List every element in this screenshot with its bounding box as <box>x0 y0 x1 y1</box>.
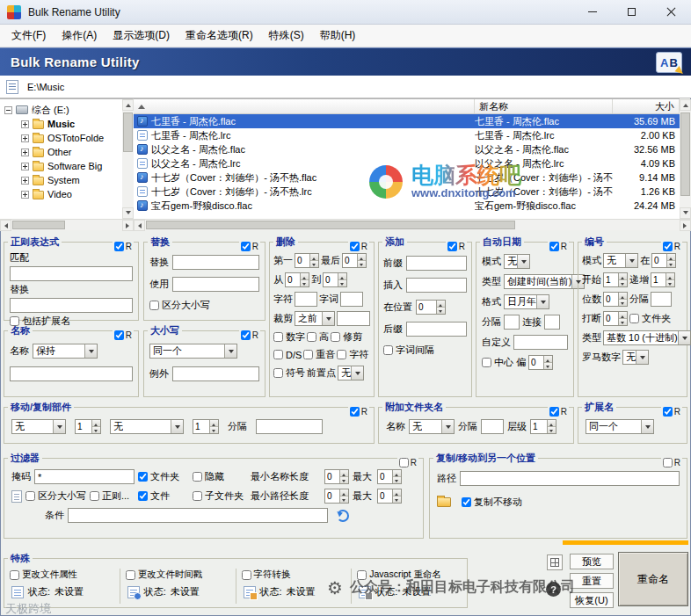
date-offset-spinner[interactable] <box>528 355 553 370</box>
filter-match-case-checkbox[interactable]: 区分大小写 <box>25 489 86 503</box>
file-row[interactable]: 以父之名 - 周杰伦.lrc 以父之名 - 周杰伦.lrc4.09 KB <box>134 156 680 170</box>
name-mode-select[interactable]: 保持 <box>33 344 98 359</box>
centre-checkbox[interactable]: 中心 <box>482 356 513 369</box>
file-row[interactable]: 宝石gem-野狼disco.flac 宝石gem-野狼disco.flac24.… <box>134 199 680 213</box>
extension-active-checkbox[interactable]: R <box>661 407 682 417</box>
double-spaces-checkbox[interactable]: D/S <box>273 350 302 360</box>
symbols-checkbox[interactable]: 符号 <box>273 366 305 380</box>
tree-item-ostotofolde[interactable]: OSTotoFolde <box>0 131 133 145</box>
copy-move-active-checkbox[interactable]: R <box>661 458 682 467</box>
subfolders-checkbox[interactable]: 子文件夹 <box>193 489 244 503</box>
append-folder-levels-spinner[interactable] <box>530 419 556 434</box>
move-to-count-spinner[interactable] <box>193 419 219 434</box>
add-suffix-input[interactable] <box>406 322 467 337</box>
destination-path-input[interactable] <box>460 471 680 486</box>
case-exception-input[interactable] <box>172 366 259 381</box>
move-to-select[interactable]: 无 <box>110 419 184 434</box>
javascript-rename-checkbox[interactable]: Javascript 重命名 <box>357 569 441 581</box>
add-prefix-input[interactable] <box>406 256 467 271</box>
auto-date-active-checkbox[interactable]: R <box>548 242 569 251</box>
scroll-thumb[interactable] <box>146 221 515 229</box>
menu-item-help[interactable]: 帮助(H) <box>312 25 364 47</box>
tree-item-drive-e[interactable]: 综合 (E:) <box>0 103 133 117</box>
digits-checkbox[interactable]: 数字 <box>273 330 305 344</box>
numbering-increment-spinner[interactable] <box>651 272 675 287</box>
scroll-down-arrow[interactable] <box>122 207 134 219</box>
list-vertical-scrollbar[interactable] <box>680 99 691 219</box>
extension-mode-select[interactable]: 同一个 <box>586 419 654 434</box>
scroll-up-arrow[interactable] <box>122 99 134 111</box>
regex-replace-input[interactable] <box>10 298 133 313</box>
files-checkbox[interactable]: 文件 <box>138 489 170 503</box>
move-separator-input[interactable] <box>256 419 323 434</box>
max-name-length-spinner[interactable] <box>377 469 402 484</box>
case-mode-select[interactable]: 同一个 <box>149 344 237 359</box>
scroll-thumb[interactable] <box>680 112 690 196</box>
list-horizontal-scrollbar[interactable] <box>134 219 691 230</box>
tree-item-other[interactable]: Other <box>0 145 133 159</box>
filter-regex-checkbox[interactable]: 正则... <box>90 489 129 503</box>
filters-active-checkbox[interactable]: R <box>397 458 418 467</box>
column-header-name[interactable] <box>134 99 475 113</box>
preview-button[interactable]: 预览 <box>570 554 614 569</box>
name-active-checkbox[interactable]: R <box>113 330 134 340</box>
crop-input[interactable] <box>337 311 370 326</box>
current-path[interactable]: E:\Music <box>27 82 64 92</box>
lead-dots-select[interactable]: 无 <box>338 366 364 380</box>
scroll-left-arrow[interactable] <box>0 220 11 231</box>
menu-item-special[interactable]: 特殊(S) <box>261 25 312 47</box>
file-row[interactable]: 十七岁（Cover：刘德华）- 汤不热.lrc 十七岁（Cover：刘德华）- … <box>134 185 680 199</box>
date-format-select[interactable]: 日月年 <box>504 294 549 309</box>
name-input[interactable] <box>10 366 133 381</box>
mask-input[interactable] <box>34 469 135 484</box>
numbering-at-spinner[interactable] <box>651 253 676 268</box>
column-header-new-name[interactable]: 新名称 <box>475 99 613 113</box>
remove-active-checkbox[interactable]: R <box>348 242 369 251</box>
scroll-left-arrow[interactable] <box>134 220 145 231</box>
regex-match-input[interactable] <box>10 266 133 281</box>
roman-numerals-select[interactable]: 无 <box>622 350 649 365</box>
date-mode-select[interactable]: 无 <box>504 254 530 269</box>
expand-icon[interactable] <box>21 163 29 170</box>
min-name-length-spinner[interactable] <box>324 469 349 484</box>
char-translation-icon[interactable] <box>244 586 256 598</box>
file-row[interactable]: 以父之名 - 周杰伦.flac 以父之名 - 周杰伦.flac32.56 MB <box>134 142 680 156</box>
add-insert-input[interactable] <box>406 278 467 293</box>
expand-icon[interactable] <box>21 177 29 185</box>
folders-checkbox[interactable]: 文件夹 <box>138 470 179 483</box>
char-translation-checkbox[interactable]: 字符转换 <box>242 569 291 581</box>
expand-icon[interactable] <box>21 149 29 156</box>
remove-words-input[interactable] <box>340 292 363 307</box>
reset-button[interactable]: 重置 <box>570 573 614 589</box>
tree-item-software-big[interactable]: Software Big <box>0 159 133 173</box>
min-path-length-spinner[interactable] <box>324 489 349 504</box>
word-space-checkbox[interactable]: 字词间隔 <box>383 344 434 357</box>
expand-icon[interactable] <box>21 134 29 142</box>
append-folder-separator-input[interactable] <box>481 419 504 434</box>
tree-item-system[interactable]: System <box>0 173 133 187</box>
numbering-active-checkbox[interactable]: R <box>661 242 682 251</box>
file-row[interactable]: 七里香 - 周杰伦.flac 七里香 - 周杰伦.flac35.69 MB <box>134 114 680 128</box>
remove-to-spinner[interactable] <box>323 272 347 287</box>
numbering-break-spinner[interactable] <box>603 311 628 326</box>
file-row[interactable]: 七里香 - 周杰伦.lrc 七里香 - 周杰伦.lrc2.00 KB <box>134 128 680 142</box>
refresh-icon[interactable] <box>337 510 349 522</box>
change-attributes-icon[interactable] <box>11 586 24 598</box>
hidden-checkbox[interactable]: 隐藏 <box>193 470 224 483</box>
javascript-icon[interactable] <box>359 586 371 598</box>
max-path-length-spinner[interactable] <box>377 489 402 504</box>
scroll-right-arrow[interactable] <box>680 220 691 231</box>
tree-item-video[interactable]: Video <box>0 187 133 201</box>
layout-toggle-button[interactable] <box>547 554 563 570</box>
file-row[interactable]: 十七岁（Cover：刘德华）- 汤不热.flac 十七岁（Cover：刘德华）-… <box>134 170 680 185</box>
case-active-checkbox[interactable]: R <box>239 330 260 340</box>
date-segment-input[interactable] <box>544 315 560 330</box>
append-folder-mode-select[interactable]: 无 <box>409 419 455 434</box>
remove-from-spinner[interactable] <box>285 272 309 287</box>
date-type-select[interactable]: 创建时间(当前) <box>504 274 585 289</box>
scroll-right-arrow[interactable] <box>122 220 134 231</box>
numbering-start-spinner[interactable] <box>603 272 628 287</box>
copy-not-move-checkbox[interactable]: 复制不移动 <box>462 496 522 509</box>
scroll-thumb[interactable] <box>123 112 133 152</box>
expand-icon[interactable] <box>21 191 29 199</box>
